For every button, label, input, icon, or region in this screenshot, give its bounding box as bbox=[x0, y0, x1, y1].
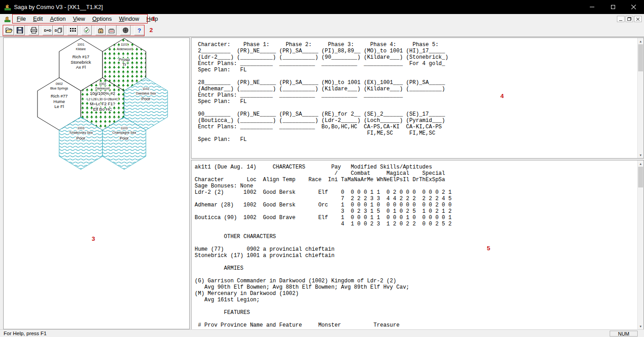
stats-pane[interactable]: ak1t1 (Due Aug. 14) CHARACTERS Pay Modif… bbox=[191, 160, 644, 330]
hex-name-label: Tchaikovsky Sea bbox=[69, 131, 93, 135]
app-icon bbox=[4, 4, 11, 11]
mdi-child-icon bbox=[4, 16, 11, 23]
menu-item-edit[interactable]: Edit bbox=[29, 14, 47, 23]
toolbar-buttons: D+DD? bbox=[4, 25, 145, 35]
scroll-down-icon[interactable]: ▼ bbox=[638, 152, 644, 158]
orders-pane[interactable]: Character: Phase 1: Phase 2: Phase 3: Ph… bbox=[191, 37, 644, 159]
dd-pages-button[interactable]: D bbox=[53, 25, 64, 35]
title-bar: Saga by Cosmo V3 - [XK1__T1.K2] bbox=[0, 0, 644, 14]
status-bar: For Help, press F1 NUM bbox=[0, 329, 644, 337]
hex-map: 1001KildareRich #17StonebrickAx Fl1101Al… bbox=[4, 38, 189, 329]
maximize-icon bbox=[611, 5, 615, 9]
mdi-window-controls bbox=[616, 16, 642, 22]
hex-name-label: Champagne Sea bbox=[112, 131, 136, 135]
hex-info-label: Poor bbox=[76, 136, 85, 140]
dd-button[interactable]: D+D bbox=[42, 25, 53, 35]
castle-alt-icon bbox=[107, 27, 116, 34]
save-button[interactable] bbox=[14, 25, 25, 35]
stats-scroll-thumb[interactable] bbox=[638, 167, 643, 187]
stats-text: ak1t1 (Due Aug. 14) CHARACTERS Pay Modif… bbox=[191, 160, 644, 328]
menu-item-window[interactable]: Window bbox=[115, 14, 142, 23]
castle-alt-button[interactable] bbox=[106, 25, 117, 35]
hex-info-label: Poor bbox=[120, 136, 129, 140]
hex-info-label: 10g/100% #2 bbox=[90, 91, 115, 96]
hex-id-label: 1101 bbox=[121, 43, 127, 46]
check-button[interactable] bbox=[81, 25, 92, 35]
mdi-close-icon bbox=[636, 17, 640, 21]
scroll-down-icon[interactable]: ▼ bbox=[638, 323, 644, 329]
grid-icon bbox=[69, 27, 77, 34]
check-icon bbox=[83, 27, 91, 34]
hex-id-label: 1102 bbox=[142, 87, 149, 90]
menu-items: FileEditActionViewOptionsWindowHelp bbox=[13, 14, 162, 23]
app-window: Saga by Cosmo V3 - [XK1__T1.K2] FileEdit… bbox=[0, 0, 644, 337]
scroll-up-icon[interactable]: ▲ bbox=[638, 38, 644, 44]
hex-id-label: 1103 bbox=[121, 126, 127, 130]
stats-scrollbar[interactable]: ▲ ▼ bbox=[637, 160, 644, 329]
maximize-button[interactable] bbox=[602, 0, 623, 14]
world-button[interactable] bbox=[120, 25, 131, 35]
mdi-minimize-button[interactable] bbox=[617, 16, 625, 22]
hex-info-label: Hume bbox=[53, 99, 65, 104]
open-button[interactable] bbox=[4, 25, 14, 35]
mdi-minimize-icon bbox=[619, 20, 622, 21]
hex-id-label: 1003 bbox=[77, 126, 84, 130]
orders-scroll-thumb[interactable] bbox=[638, 44, 643, 71]
menu-item-file[interactable]: File bbox=[13, 14, 29, 23]
hex-info-label: Poor bbox=[141, 96, 150, 101]
menu-item-help[interactable]: Help bbox=[143, 14, 162, 23]
hex-info-label: Ax Fl bbox=[76, 65, 86, 70]
window-title: Saga by Cosmo V3 - [XK1__T1.K2] bbox=[14, 4, 103, 10]
menu-item-options[interactable]: Options bbox=[89, 14, 115, 23]
hex-info-label: Stonebrick bbox=[71, 60, 91, 65]
hex-info-label: Elf Bo HC bbox=[93, 107, 112, 112]
print-button[interactable] bbox=[28, 25, 39, 35]
hex-id-label: 1002 bbox=[99, 82, 106, 85]
dd-icon: D+D bbox=[44, 28, 51, 33]
menu-bar: FileEditActionViewOptionsWindowHelp bbox=[0, 14, 644, 24]
hex-id-label: 1001 bbox=[77, 43, 84, 46]
client-area: 1001KildareRich #17StonebrickAx Fl1101Al… bbox=[0, 37, 644, 329]
help-button[interactable]: ? bbox=[134, 25, 145, 35]
hex-info-label: Le Fl bbox=[54, 104, 64, 109]
mdi-restore-icon bbox=[627, 17, 631, 21]
hex-info-label: L2 L28 L30 G=2BoHC bbox=[87, 98, 118, 101]
save-icon bbox=[16, 27, 24, 34]
hex-info-label: Rich #17 bbox=[72, 54, 89, 59]
dd-pages-icon bbox=[57, 27, 62, 33]
hex-info-label: M=Lc F2 F1? bbox=[90, 101, 115, 106]
orders-scrollbar[interactable]: ▲ ▼ bbox=[637, 38, 644, 158]
mdi-restore-button[interactable] bbox=[625, 16, 633, 22]
minimize-icon bbox=[590, 7, 594, 7]
window-controls bbox=[582, 0, 644, 14]
mdi-close-button[interactable] bbox=[634, 16, 642, 22]
minimize-button[interactable] bbox=[582, 0, 602, 14]
menu-item-view[interactable]: View bbox=[69, 14, 89, 23]
open-icon bbox=[5, 27, 13, 34]
num-indicator: NUM bbox=[610, 331, 638, 337]
menu-item-action[interactable]: Action bbox=[47, 14, 70, 23]
close-button[interactable] bbox=[623, 0, 644, 14]
hex-name-label: Kildare bbox=[76, 47, 86, 51]
help-icon: ? bbox=[138, 27, 141, 34]
grid-button[interactable] bbox=[67, 25, 78, 35]
hex-name-label: Alderwood bbox=[117, 47, 131, 51]
hex-info-label: Rich #77 bbox=[51, 94, 68, 98]
hex-name-label: Daedalus Sea bbox=[136, 92, 156, 95]
map-pane[interactable]: 1001KildareRich #17StonebrickAx Fl1101Al… bbox=[3, 37, 190, 329]
scroll-up-icon[interactable]: ▲ bbox=[638, 160, 644, 167]
castle-icon bbox=[97, 27, 105, 34]
hex-info-label: Prosp bbox=[119, 57, 130, 62]
close-icon bbox=[631, 5, 636, 10]
hex-id-label: 0902 bbox=[56, 82, 63, 85]
toolbar: D+DD? bbox=[0, 24, 644, 37]
orders-text: Character: Phase 1: Phase 2: Phase 3: Ph… bbox=[191, 38, 644, 143]
status-help-text: For Help, press F1 bbox=[4, 331, 47, 336]
hex-name-label: Blue Springs bbox=[50, 87, 68, 90]
castle-button[interactable] bbox=[95, 25, 106, 35]
hex-name-label: Darkwood bbox=[95, 87, 110, 90]
hex-info-label: Tr bbox=[122, 62, 126, 67]
print-icon bbox=[30, 27, 38, 34]
world-icon bbox=[121, 27, 130, 34]
